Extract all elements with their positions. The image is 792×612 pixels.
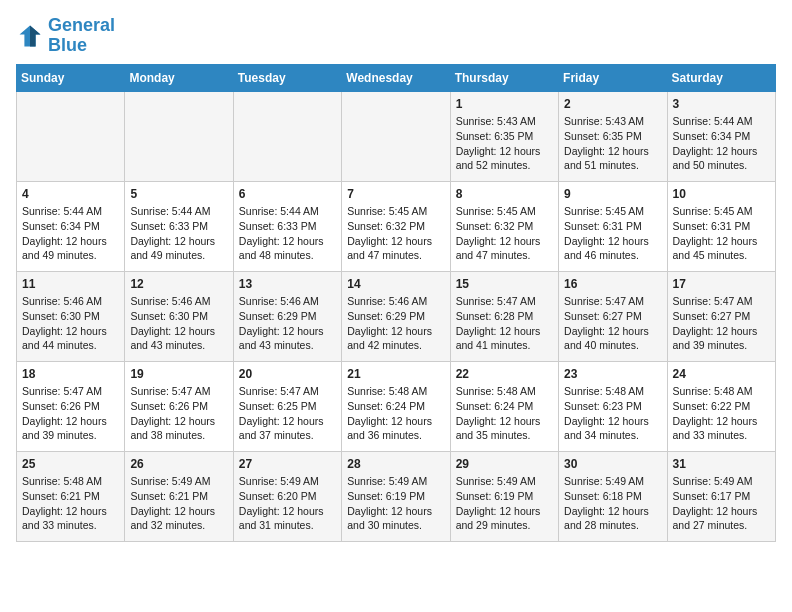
day-info: Sunset: 6:32 PM [347,219,444,234]
day-number: 23 [564,366,661,383]
day-info: Sunset: 6:29 PM [347,309,444,324]
day-info: Sunset: 6:19 PM [347,489,444,504]
day-info: Sunrise: 5:43 AM [564,114,661,129]
day-info: Sunrise: 5:45 AM [456,204,553,219]
day-info: Daylight: 12 hours [456,414,553,429]
day-info: and 33 minutes. [22,518,119,533]
calendar-cell: 17Sunrise: 5:47 AMSunset: 6:27 PMDayligh… [667,271,775,361]
day-number: 21 [347,366,444,383]
day-info: Sunset: 6:19 PM [456,489,553,504]
day-info: and 51 minutes. [564,158,661,173]
day-number: 4 [22,186,119,203]
header-day-sunday: Sunday [17,64,125,91]
day-info: and 33 minutes. [673,428,770,443]
day-info: Sunset: 6:33 PM [130,219,227,234]
day-info: Daylight: 12 hours [347,414,444,429]
day-info: Sunset: 6:34 PM [22,219,119,234]
day-info: Daylight: 12 hours [130,324,227,339]
day-info: Sunset: 6:31 PM [673,219,770,234]
calendar-cell: 10Sunrise: 5:45 AMSunset: 6:31 PMDayligh… [667,181,775,271]
day-info: and 38 minutes. [130,428,227,443]
day-info: Sunset: 6:33 PM [239,219,336,234]
day-info: and 50 minutes. [673,158,770,173]
day-number: 5 [130,186,227,203]
calendar-cell: 25Sunrise: 5:48 AMSunset: 6:21 PMDayligh… [17,451,125,541]
day-info: Daylight: 12 hours [456,234,553,249]
day-info: Daylight: 12 hours [347,234,444,249]
day-info: Daylight: 12 hours [22,234,119,249]
day-info: Sunset: 6:21 PM [130,489,227,504]
day-number: 24 [673,366,770,383]
day-info: Daylight: 12 hours [130,414,227,429]
calendar-cell: 9Sunrise: 5:45 AMSunset: 6:31 PMDaylight… [559,181,667,271]
day-info: and 35 minutes. [456,428,553,443]
day-info: and 52 minutes. [456,158,553,173]
day-info: and 47 minutes. [456,248,553,263]
day-info: Daylight: 12 hours [456,324,553,339]
calendar-cell: 19Sunrise: 5:47 AMSunset: 6:26 PMDayligh… [125,361,233,451]
day-number: 20 [239,366,336,383]
day-info: and 34 minutes. [564,428,661,443]
calendar-cell: 14Sunrise: 5:46 AMSunset: 6:29 PMDayligh… [342,271,450,361]
day-info: Daylight: 12 hours [564,414,661,429]
calendar-cell: 31Sunrise: 5:49 AMSunset: 6:17 PMDayligh… [667,451,775,541]
day-info: and 30 minutes. [347,518,444,533]
calendar-cell: 21Sunrise: 5:48 AMSunset: 6:24 PMDayligh… [342,361,450,451]
logo-text: GeneralBlue [48,16,115,56]
day-info: and 28 minutes. [564,518,661,533]
day-info: Daylight: 12 hours [22,414,119,429]
logo-icon [16,22,44,50]
day-number: 28 [347,456,444,473]
day-info: Sunrise: 5:47 AM [456,294,553,309]
day-info: Sunrise: 5:44 AM [673,114,770,129]
day-info: and 43 minutes. [130,338,227,353]
day-number: 6 [239,186,336,203]
day-info: Daylight: 12 hours [22,324,119,339]
day-info: Sunrise: 5:46 AM [239,294,336,309]
day-info: Daylight: 12 hours [564,234,661,249]
day-info: and 43 minutes. [239,338,336,353]
day-info: Sunrise: 5:48 AM [456,384,553,399]
day-info: Sunrise: 5:49 AM [347,474,444,489]
day-info: and 49 minutes. [22,248,119,263]
day-info: Sunrise: 5:49 AM [673,474,770,489]
calendar-cell: 23Sunrise: 5:48 AMSunset: 6:23 PMDayligh… [559,361,667,451]
day-info: and 36 minutes. [347,428,444,443]
day-info: Daylight: 12 hours [564,324,661,339]
day-info: Daylight: 12 hours [673,144,770,159]
day-number: 15 [456,276,553,293]
calendar-header-row: SundayMondayTuesdayWednesdayThursdayFrid… [17,64,776,91]
day-info: Sunset: 6:34 PM [673,129,770,144]
day-number: 29 [456,456,553,473]
calendar-cell [17,91,125,181]
day-info: Sunset: 6:25 PM [239,399,336,414]
day-info: Sunset: 6:31 PM [564,219,661,234]
day-info: Sunrise: 5:46 AM [347,294,444,309]
day-number: 25 [22,456,119,473]
day-info: Sunrise: 5:48 AM [673,384,770,399]
day-info: and 31 minutes. [239,518,336,533]
day-number: 11 [22,276,119,293]
day-info: Sunrise: 5:47 AM [239,384,336,399]
calendar-table: SundayMondayTuesdayWednesdayThursdayFrid… [16,64,776,542]
day-info: Sunset: 6:35 PM [564,129,661,144]
day-info: Sunrise: 5:44 AM [130,204,227,219]
day-info: and 49 minutes. [130,248,227,263]
day-info: Sunrise: 5:44 AM [22,204,119,219]
day-info: Daylight: 12 hours [239,324,336,339]
header-day-saturday: Saturday [667,64,775,91]
day-info: and 29 minutes. [456,518,553,533]
day-info: Sunset: 6:27 PM [564,309,661,324]
day-info: Sunset: 6:30 PM [22,309,119,324]
day-info: and 32 minutes. [130,518,227,533]
day-info: Sunrise: 5:47 AM [564,294,661,309]
calendar-cell: 24Sunrise: 5:48 AMSunset: 6:22 PMDayligh… [667,361,775,451]
week-row-3: 11Sunrise: 5:46 AMSunset: 6:30 PMDayligh… [17,271,776,361]
day-number: 22 [456,366,553,383]
calendar-cell [125,91,233,181]
calendar-cell [342,91,450,181]
day-number: 30 [564,456,661,473]
day-info: Sunrise: 5:47 AM [22,384,119,399]
day-info: and 37 minutes. [239,428,336,443]
day-info: and 45 minutes. [673,248,770,263]
